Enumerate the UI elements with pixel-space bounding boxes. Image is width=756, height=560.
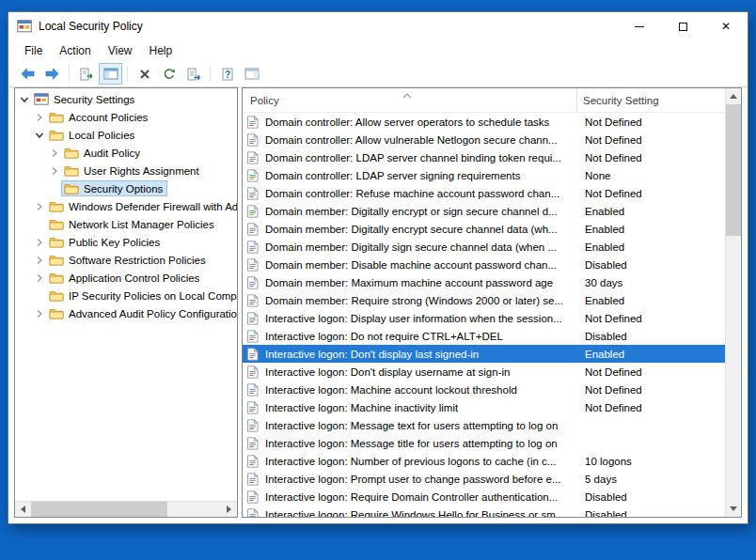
tree-item-box[interactable]: IP Security Policies on Local Compute xyxy=(46,288,237,303)
policy-row[interactable]: Interactive logon: Do not require CTRL+A… xyxy=(243,327,725,345)
tree-item-windows-defender-firewall-with-adva[interactable]: Windows Defender Firewall with Adva xyxy=(15,197,237,215)
tree-item-box[interactable]: Security Settings xyxy=(31,91,139,107)
menu-file[interactable]: File xyxy=(16,42,51,59)
policy-row[interactable]: Domain controller: LDAP server channel b… xyxy=(243,148,725,166)
policy-doc-icon xyxy=(246,330,259,343)
policy-doc-icon xyxy=(246,455,259,468)
policy-row[interactable]: Domain controller: Allow server operator… xyxy=(243,113,725,131)
policy-row[interactable]: Domain member: Digitally sign secure cha… xyxy=(243,238,725,256)
refresh-icon[interactable] xyxy=(157,63,181,85)
chevron-expanded-icon[interactable] xyxy=(33,131,46,140)
tree-item-public-key-policies[interactable]: Public Key Policies xyxy=(15,233,237,251)
chevron-collapsed-icon[interactable] xyxy=(33,309,46,319)
column-header-security-setting[interactable]: Security Setting xyxy=(577,88,725,112)
policy-row[interactable]: Interactive logon: Machine account locko… xyxy=(243,381,725,398)
chevron-expanded-icon[interactable] xyxy=(18,95,31,104)
scrollbar-track[interactable] xyxy=(726,104,741,501)
policy-row[interactable]: Domain member: Maximum machine account p… xyxy=(243,273,725,291)
policy-doc-icon xyxy=(246,151,259,164)
scrollbar-thumb[interactable] xyxy=(31,502,167,518)
policy-doc-icon xyxy=(246,258,259,272)
tree-item-box[interactable]: Windows Defender Firewall with Adva xyxy=(46,198,237,214)
policy-row[interactable]: Domain member: Disable machine account p… xyxy=(243,256,725,273)
back-icon[interactable] xyxy=(16,63,39,85)
tree-item-advanced-audit-policy-configuration[interactable]: Advanced Audit Policy Configuration xyxy=(15,304,237,322)
tree-item-box[interactable]: Account Policies xyxy=(46,109,152,125)
minimize-button[interactable] xyxy=(618,12,661,40)
policy-doc-icon xyxy=(246,383,259,397)
policy-row[interactable]: Domain member: Digitally encrypt or sign… xyxy=(243,202,725,220)
chevron-collapsed-icon[interactable] xyxy=(33,202,46,211)
scroll-right-icon[interactable] xyxy=(221,502,237,518)
maximize-button[interactable] xyxy=(661,12,704,40)
list-vertical-scrollbar[interactable] xyxy=(725,88,741,517)
tree-item-network-list-manager-policies[interactable]: Network List Manager Policies xyxy=(15,215,237,233)
policy-row[interactable]: Domain controller: Allow vulnerable Netl… xyxy=(243,131,725,148)
policy-name: Interactive logon: Don't display usernam… xyxy=(265,366,577,378)
policy-row[interactable]: Domain member: Require strong (Windows 2… xyxy=(243,291,725,309)
action-pane-toggle-icon[interactable] xyxy=(240,63,263,85)
policy-row[interactable]: Domain member: Digitally encrypt secure … xyxy=(243,220,725,238)
policy-row[interactable]: Interactive logon: Don't display usernam… xyxy=(243,363,725,381)
tree-item-box[interactable]: Security Options xyxy=(61,180,167,196)
column-header-policy[interactable]: Policy xyxy=(243,88,577,112)
policy-row[interactable]: Domain controller: LDAP server signing r… xyxy=(243,166,725,184)
policy-name: Domain controller: Refuse machine accoun… xyxy=(265,188,577,199)
tree-item-security-options[interactable]: Security Options xyxy=(15,179,237,197)
tree-item-box[interactable]: Application Control Policies xyxy=(46,270,204,286)
chevron-collapsed-icon[interactable] xyxy=(33,113,46,122)
tree-item-account-policies[interactable]: Account Policies xyxy=(15,108,237,126)
tree-item-box[interactable]: Public Key Policies xyxy=(46,234,165,250)
tree-item-security-settings[interactable]: Security Settings xyxy=(15,90,237,108)
tree-item-application-control-policies[interactable]: Application Control Policies xyxy=(15,269,237,287)
tree-item-box[interactable]: Audit Policy xyxy=(61,145,145,161)
console-tree-toggle-icon[interactable] xyxy=(99,63,122,85)
tree-item-ip-security-policies-on-local-compute[interactable]: IP Security Policies on Local Compute xyxy=(15,287,237,304)
menu-help[interactable]: Help xyxy=(141,42,181,59)
policy-name: Interactive logon: Require Domain Contro… xyxy=(265,491,577,503)
tree-item-software-restriction-policies[interactable]: Software Restriction Policies xyxy=(15,251,237,269)
tree-item-local-policies[interactable]: Local Policies xyxy=(15,126,237,144)
folder-icon xyxy=(64,164,79,177)
scrollbar-track[interactable] xyxy=(31,502,221,518)
policy-row[interactable]: Interactive logon: Display user informat… xyxy=(243,309,725,327)
help-icon[interactable]: ? xyxy=(215,63,239,85)
policy-row[interactable]: Interactive logon: Message title for use… xyxy=(243,434,725,452)
chevron-collapsed-icon[interactable] xyxy=(48,166,61,176)
policy-row[interactable]: Interactive logon: Require Windows Hello… xyxy=(243,506,725,517)
chevron-collapsed-icon[interactable] xyxy=(33,256,46,265)
scroll-left-icon[interactable] xyxy=(15,502,31,518)
forward-icon[interactable] xyxy=(40,63,64,85)
titlebar[interactable]: Local Security Policy ✕ xyxy=(8,12,748,40)
tree-item-audit-policy[interactable]: Audit Policy xyxy=(15,144,237,162)
policy-row[interactable]: Domain controller: Refuse machine accoun… xyxy=(243,184,725,202)
scroll-up-icon[interactable] xyxy=(726,88,741,104)
chevron-collapsed-icon[interactable] xyxy=(48,148,61,158)
policy-row[interactable]: Interactive logon: Prompt user to change… xyxy=(243,470,725,488)
doc-arrow-icon[interactable] xyxy=(74,63,98,85)
policy-row[interactable]: Interactive logon: Don't display last si… xyxy=(243,345,725,363)
policy-row[interactable]: Interactive logon: Message text for user… xyxy=(243,416,725,434)
export-list-icon[interactable] xyxy=(181,63,205,85)
chevron-collapsed-icon[interactable] xyxy=(33,238,46,247)
close-button[interactable]: ✕ xyxy=(704,12,748,40)
tree-horizontal-scrollbar[interactable] xyxy=(15,501,237,517)
tree-item-label: Security Settings xyxy=(54,94,134,105)
delete-icon[interactable] xyxy=(133,63,156,85)
chevron-collapsed-icon[interactable] xyxy=(33,273,46,283)
policy-row[interactable]: Interactive logon: Machine inactivity li… xyxy=(243,398,725,416)
tree-item-box[interactable]: Network List Manager Policies xyxy=(46,216,219,232)
policy-row[interactable]: Interactive logon: Require Domain Contro… xyxy=(243,488,725,506)
policy-row[interactable]: Interactive logon: Number of previous lo… xyxy=(243,452,725,470)
tree-item-box[interactable]: User Rights Assignment xyxy=(61,163,204,179)
tree-item-box[interactable]: Advanced Audit Policy Configuration xyxy=(46,305,237,321)
menu-action[interactable]: Action xyxy=(51,42,99,59)
tree-item-box[interactable]: Local Policies xyxy=(46,127,139,143)
tree-item-user-rights-assignment[interactable]: User Rights Assignment xyxy=(15,162,237,179)
policy-name: Interactive logon: Message title for use… xyxy=(265,438,577,449)
menu-view[interactable]: View xyxy=(100,42,141,59)
scroll-down-icon[interactable] xyxy=(726,501,741,517)
tree-item-box[interactable]: Software Restriction Policies xyxy=(46,252,211,268)
column-header-policy-label: Policy xyxy=(250,95,279,106)
scrollbar-thumb[interactable] xyxy=(726,104,742,236)
